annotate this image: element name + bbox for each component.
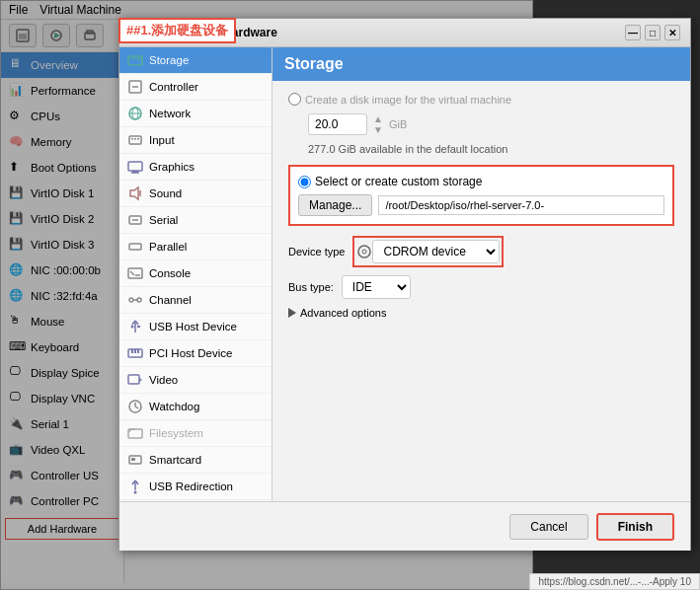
hw-item-label: Parallel	[149, 241, 187, 253]
svg-rect-16	[134, 138, 136, 140]
svg-rect-39	[134, 349, 136, 353]
minimize-button[interactable]: —	[625, 25, 641, 40]
hw-item-parallel[interactable]: Parallel	[119, 234, 272, 260]
svg-rect-17	[137, 138, 139, 140]
create-disk-label[interactable]: Create a disk image for the virtual mach…	[305, 94, 511, 106]
create-disk-option-row: Create a disk image for the virtual mach…	[288, 93, 674, 106]
modal-overlay: ##1.添加硬盘设备 Add New Virtual Hardware — □ …	[0, 0, 700, 590]
create-disk-radio[interactable]	[288, 93, 301, 106]
svg-rect-26	[128, 268, 142, 278]
add-hardware-dialog: Add New Virtual Hardware — □ ✕ Storage	[118, 18, 691, 551]
hw-item-label: Serial	[149, 214, 178, 226]
hw-item-label: Sound	[149, 187, 182, 199]
svg-rect-7	[128, 56, 142, 60]
hw-item-controller[interactable]: Controller	[119, 74, 272, 101]
maximize-button[interactable]: □	[645, 25, 661, 40]
svg-line-27	[130, 271, 134, 275]
svg-point-62	[358, 246, 370, 258]
svg-rect-15	[131, 138, 133, 140]
modal-footer: Cancel Finish	[119, 501, 690, 551]
disk-size-row: ▲▼ GiB	[308, 113, 674, 135]
content-title: Storage	[272, 47, 690, 81]
hw-item-tpm[interactable]: TPM	[119, 500, 272, 501]
hw-item-channel[interactable]: Channel	[119, 287, 272, 314]
hw-item-graphics[interactable]: Graphics	[119, 154, 272, 181]
hw-item-storage[interactable]: Storage	[119, 47, 272, 74]
hw-item-label: Network	[149, 108, 191, 119]
svg-rect-40	[137, 349, 139, 353]
svg-point-29	[129, 298, 133, 302]
hw-item-label: USB Host Device	[149, 321, 237, 332]
svg-rect-25	[129, 244, 141, 250]
svg-marker-21	[130, 187, 138, 199]
svg-rect-18	[128, 162, 142, 171]
bus-type-row: Bus type: IDE SCSI USB VirtIO	[288, 275, 674, 299]
hw-item-input[interactable]: Input	[119, 127, 272, 154]
advanced-options-label[interactable]: Advanced options	[300, 307, 386, 319]
hw-item-smartcard[interactable]: Smartcard	[119, 447, 272, 474]
svg-rect-48	[131, 458, 135, 461]
hw-item-label: Smartcard	[149, 454, 201, 466]
annotation-label: ##1.添加硬盘设备	[118, 18, 236, 43]
custom-storage-label-text[interactable]: Select or create custom storage	[315, 175, 482, 188]
svg-point-30	[137, 298, 141, 302]
url-bar: https://blog.csdn.net/...-...-Apply 10	[529, 573, 700, 590]
bus-type-select[interactable]: IDE SCSI USB VirtIO	[342, 275, 411, 299]
hw-item-label: Controller	[149, 81, 198, 93]
hw-item-label: Console	[149, 267, 191, 279]
device-type-box: CDROM device Disk device Floppy device L…	[352, 236, 504, 267]
hw-item-usb-redirection[interactable]: USB Redirection	[119, 474, 272, 500]
available-text: 277.0 GiB available in the default locat…	[308, 143, 674, 155]
hw-item-sound[interactable]: Sound	[119, 181, 272, 207]
device-type-row: Device type CDROM device Disk device Flo…	[288, 236, 674, 267]
hw-item-usb-host[interactable]: USB Host Device	[119, 314, 272, 340]
advanced-triangle-icon	[288, 308, 296, 318]
hw-item-label: Graphics	[149, 161, 194, 173]
hw-item-storage-label: Storage	[149, 54, 189, 66]
modal-body: Storage Controller Network Input Graphic…	[119, 47, 690, 501]
hw-item-label: PCI Host Device	[149, 347, 232, 359]
advanced-options-row: Advanced options	[288, 307, 674, 319]
hardware-list: Storage Controller Network Input Graphic…	[119, 47, 272, 501]
hw-item-label: USB Redirection	[149, 480, 233, 492]
disk-size-unit: GiB	[389, 118, 407, 130]
hw-item-pci-host[interactable]: PCI Host Device	[119, 340, 272, 367]
finish-button[interactable]: Finish	[596, 513, 674, 541]
hw-item-label: Input	[149, 134, 175, 146]
svg-rect-38	[131, 349, 133, 353]
disk-size-input[interactable]	[308, 113, 367, 135]
svg-point-35	[131, 326, 134, 329]
hw-item-filesystem[interactable]: Filesystem	[119, 420, 272, 447]
device-type-label: Device type	[288, 246, 345, 258]
hw-item-watchdog[interactable]: Watchdog	[119, 394, 272, 420]
hw-content-panel: Storage Create a disk image for the virt…	[272, 47, 690, 501]
titlebar-controls: — □ ✕	[625, 25, 680, 40]
custom-storage-radio[interactable]	[298, 176, 311, 188]
create-disk-radio-option: Create a disk image for the virtual mach…	[288, 93, 511, 106]
svg-point-8	[138, 59, 140, 61]
hw-item-label: Filesystem	[149, 427, 203, 439]
hw-item-label: Watchdog	[149, 401, 199, 412]
svg-line-45	[135, 406, 138, 408]
manage-button[interactable]: Manage...	[298, 194, 372, 216]
custom-storage-box: Select or create custom storage Manage..…	[288, 165, 674, 226]
close-button[interactable]: ✕	[664, 25, 680, 40]
svg-rect-14	[129, 136, 141, 144]
custom-storage-label: Select or create custom storage	[298, 175, 664, 188]
svg-rect-41	[128, 375, 139, 384]
cancel-button[interactable]: Cancel	[509, 514, 587, 540]
device-type-select[interactable]: CDROM device Disk device Floppy device L…	[372, 240, 500, 263]
cdrom-icon	[356, 244, 372, 259]
storage-path-display: /root/Desktop/iso/rhel-server-7.0-	[378, 195, 664, 215]
svg-point-63	[362, 250, 366, 254]
hw-item-label: Channel	[149, 294, 192, 306]
svg-marker-42	[139, 378, 142, 382]
svg-rect-36	[137, 326, 140, 328]
bus-type-label: Bus type:	[288, 281, 334, 293]
storage-path-row: Manage... /root/Desktop/iso/rhel-server-…	[298, 194, 664, 216]
hw-item-serial[interactable]: Serial	[119, 207, 272, 234]
hw-item-console[interactable]: Console	[119, 260, 272, 287]
svg-point-50	[134, 491, 137, 494]
hw-item-network[interactable]: Network	[119, 101, 272, 127]
hw-item-video[interactable]: Video	[119, 367, 272, 394]
